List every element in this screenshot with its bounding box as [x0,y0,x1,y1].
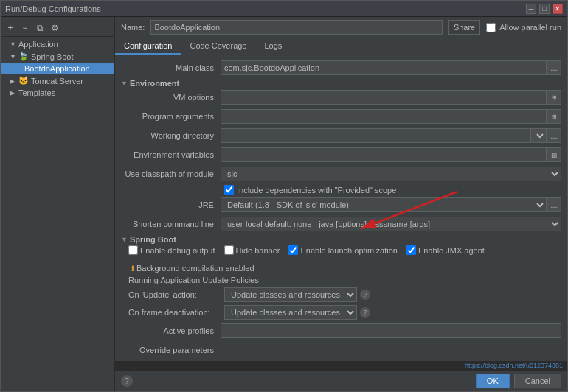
working-dir-browse-button[interactable]: … [547,128,561,143]
enable-jmx-label: Enable JMX agent [418,246,485,255]
override-params-label: Override parameters: [121,346,221,354]
working-dir-dropdown[interactable]: ▾ [530,128,547,143]
enable-jmx-checkbox[interactable] [406,245,416,255]
sidebar-item-label: Spring Boot [31,52,73,61]
include-deps-checkbox[interactable] [224,185,234,195]
active-profiles-row: Active profiles: [121,323,561,339]
sidebar-item-label: Templates [18,88,55,97]
title-bar: Run/Debug Configurations ─ □ ✕ [1,1,567,17]
bg-info-icon: ℹ [131,265,134,273]
add-config-button[interactable]: + [4,21,17,35]
active-profiles-label: Active profiles: [121,326,221,335]
config-panel: Main class: … ▼ Environment VM options: … [115,55,567,361]
sidebar-item-spring-boot[interactable]: ▼ 🍃 Spring Boot [1,50,114,63]
sidebar-item-label: BootdoApplication [24,64,90,73]
hide-banner-label: Hide banner [236,246,280,255]
maximize-button[interactable]: □ [539,4,550,14]
bg-compilation-option: ℹ Background compilation enabled [128,264,254,273]
sidebar-item-application[interactable]: ▼ Application [1,38,114,50]
environment-section-header[interactable]: ▼ Environment [121,79,561,88]
sidebar-item-label: Tomcat Server [31,77,83,85]
section-arrow-icon: ▼ [121,80,128,87]
include-deps-label: Include dependencies with "Provided" sco… [237,186,396,195]
env-vars-row: Environment variables: ⊞ [121,147,561,163]
name-bar: Name: Share Allow parallel run [115,17,567,38]
parallel-run-label: Allow parallel run [486,23,561,32]
on-frame-select[interactable]: Update classes and resources [224,305,357,320]
env-vars-browse-button[interactable]: ⊞ [547,147,561,162]
bottom-bar: ? OK Cancel [115,370,567,391]
enable-launch-checkbox[interactable] [288,245,298,255]
minimize-button[interactable]: ─ [526,4,536,14]
main-content: + − ⧉ ⚙ ▼ Application ▼ 🍃 Spring Boot Bo… [1,17,567,391]
tab-configuration[interactable]: Configuration [115,38,181,55]
program-args-row: Program arguments: ⊞ [121,108,561,125]
spring-boot-section-header[interactable]: ▼ Spring Boot [121,235,561,244]
ok-button[interactable]: OK [476,374,510,388]
enable-debug-label: Enable debug output [140,246,215,255]
enable-debug-checkbox[interactable] [128,245,138,255]
vm-options-input[interactable] [221,90,547,105]
running-policies-section: Running Application Update Policies On '… [128,276,561,320]
arrow-icon: ▼ [10,53,17,60]
sidebar-item-label: Application [18,40,58,49]
shorten-cmd-row: Shorten command line: user-local default… [121,216,561,232]
main-class-input[interactable] [221,60,547,75]
hide-banner-option: Hide banner [224,245,280,255]
vm-options-row: VM options: ⊞ [121,89,561,105]
override-params-row: Override parameters: [121,342,561,358]
jre-label: JRE: [121,200,221,209]
main-class-row: Main class: … [121,60,561,76]
env-vars-input[interactable] [221,147,547,162]
on-update-help-icon[interactable]: ? [360,290,370,300]
active-profiles-input[interactable] [221,323,561,338]
jre-browse-button[interactable]: … [547,197,561,212]
parallel-run-checkbox[interactable] [486,23,496,32]
sidebar-toolbar: + − ⧉ ⚙ [1,20,114,37]
right-panel: Name: Share Allow parallel run Configura… [115,17,567,391]
tab-logs[interactable]: Logs [256,38,291,55]
program-args-expand-button[interactable]: ⊞ [547,109,561,124]
on-frame-help-icon[interactable]: ? [360,307,370,318]
cancel-button[interactable]: Cancel [514,374,561,388]
classpath-select[interactable]: sjc [221,167,561,181]
main-class-browse-button[interactable]: … [547,60,561,75]
sidebar: + − ⧉ ⚙ ▼ Application ▼ 🍃 Spring Boot Bo… [1,17,115,391]
help-button[interactable]: ? [121,375,133,387]
spring-boot-section: ▼ Spring Boot Enable debug output Hide b… [121,235,561,320]
enable-launch-option: Enable launch optimization [288,245,397,255]
shorten-cmd-select[interactable]: user-local default: none - java [options… [221,217,561,231]
arrow-icon: ▶ [10,77,17,85]
sidebar-item-bootdo[interactable]: BootdoApplication [1,63,114,74]
hide-banner-checkbox[interactable] [224,245,234,255]
classpath-label: Use classpath of module: [121,169,221,178]
arrow-icon: ▼ [10,41,17,48]
program-args-input[interactable] [221,109,547,124]
sidebar-item-tomcat[interactable]: ▶ 🐱 Tomcat Server [1,74,114,87]
working-dir-label: Working directory: [121,131,221,140]
tomcat-icon: 🐱 [18,76,29,85]
run-debug-dialog: Run/Debug Configurations ─ □ ✕ + − ⧉ ⚙ ▼… [0,0,568,392]
environment-section-title: Environment [130,79,179,88]
enable-jmx-option: Enable JMX agent [406,245,485,255]
spring-section-arrow-icon: ▼ [121,236,128,243]
tab-code-coverage[interactable]: Code Coverage [181,38,255,55]
settings-button[interactable]: ⚙ [48,21,61,35]
spring-boot-section-title: Spring Boot [130,235,176,244]
copy-config-button[interactable]: ⧉ [33,21,46,35]
close-button[interactable]: ✕ [553,4,563,14]
working-dir-input[interactable] [221,128,530,143]
watermark: https://blog.csdn.net/u012374381 [115,361,567,370]
vm-options-label: VM options: [121,93,221,102]
vm-options-expand-button[interactable]: ⊞ [547,90,561,105]
enable-debug-option: Enable debug output [128,245,215,255]
on-update-select[interactable]: Update classes and resources [224,287,357,302]
tabs-bar: Configuration Code Coverage Logs [115,38,567,55]
on-frame-row: On frame deactivation: Update classes an… [128,305,561,320]
remove-config-button[interactable]: − [18,21,32,35]
name-input[interactable] [150,20,442,35]
on-frame-label: On frame deactivation: [128,308,224,317]
share-button[interactable]: Share [448,20,480,35]
sidebar-item-templates[interactable]: ▶ Templates [1,87,114,99]
jre-select[interactable]: Default (1.8 - SDK of 'sjc' module) [221,197,547,212]
